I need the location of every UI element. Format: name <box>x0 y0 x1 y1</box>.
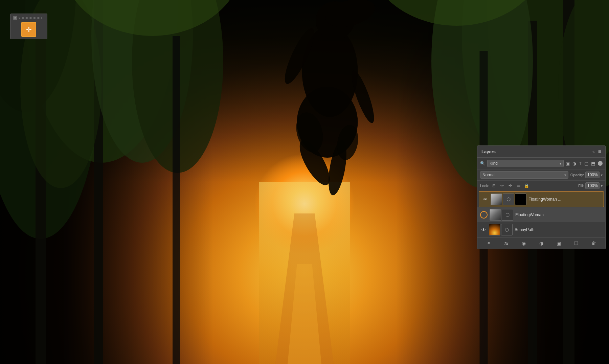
move-tool-button[interactable]: ✛ <box>21 22 36 37</box>
lock-row: Lock: ⊞ ✏ ✛ ▭ 🔒 Fill: 100% ▾ <box>477 181 605 191</box>
filter-toggle-circle[interactable] <box>598 161 603 166</box>
layer-item-floating-woman-smart[interactable]: 👁 ⬡ FloatingWoman ... <box>479 191 604 207</box>
thumb-mask-content <box>515 194 526 205</box>
thumb-content-main <box>491 194 502 205</box>
toolbar-expand[interactable]: » <box>19 16 21 20</box>
layer-visibility-toggle-sunny-path[interactable]: 👁 <box>480 227 487 232</box>
filter-kind-dropdown[interactable]: Kind ▾ <box>487 160 564 167</box>
thumb-sunny-content <box>489 224 500 235</box>
fill-value[interactable]: 100% <box>585 182 600 189</box>
new-group-button[interactable]: ▣ <box>555 240 563 247</box>
opacity-value[interactable]: 100% <box>585 172 600 178</box>
layer-name-sunny-path: SunnyPath <box>515 227 603 232</box>
thumb-fw-content <box>490 209 501 220</box>
lock-all-button[interactable]: 🔒 <box>523 183 529 189</box>
layer-name-floating-woman: FloatingWoman <box>515 212 603 217</box>
move-tool-icon: ✛ <box>26 25 32 33</box>
layer-thumb-main <box>491 194 502 205</box>
lock-icons: ⊞ ✏ ✛ ▭ 🔒 <box>491 183 529 189</box>
lock-position-button[interactable]: ✛ <box>507 183 513 189</box>
layer-name-floating-woman-smart: FloatingWoman ... <box>528 197 601 202</box>
blend-mode-label: Normal <box>482 173 496 177</box>
blend-chevron: ▾ <box>564 173 566 177</box>
opacity-chevron: ▾ <box>601 173 603 177</box>
layer-thumbnails-2: ⬡ <box>490 209 513 221</box>
layer-thumb-mask <box>515 194 526 205</box>
layers-list: 👁 ⬡ FloatingWoman ... ⬡ FloatingW <box>477 191 605 237</box>
layer-item-sunny-path[interactable]: 👁 ⬡ SunnyPath <box>477 222 605 237</box>
add-mask-button[interactable]: ◉ <box>519 240 528 247</box>
fill-control: Fill: 100% ▾ <box>578 182 603 189</box>
lock-pixels-button[interactable]: ✏ <box>499 183 505 189</box>
panel-bottom-toolbar: ⚭ fx ◉ ◑ ▣ ❏ 🗑 <box>477 237 605 249</box>
opacity-label: Opacity: <box>570 173 584 177</box>
layer-thumbnails: ⬡ <box>491 194 526 205</box>
fx-button[interactable]: fx <box>502 240 511 247</box>
layer-thumb-sunny <box>489 224 500 235</box>
panel-title: Layers <box>481 149 496 154</box>
filter-chevron: ▾ <box>560 162 561 165</box>
fill-chevron: ▾ <box>601 184 603 188</box>
lock-transparent-button[interactable]: ⊞ <box>491 183 497 189</box>
close-label: × <box>14 16 16 20</box>
search-icon: 🔍 <box>480 161 485 166</box>
toolbar-grip <box>22 17 42 19</box>
layer-circle-indicator <box>480 211 488 219</box>
new-adjustment-button[interactable]: ◑ <box>537 240 546 247</box>
blend-mode-dropdown[interactable]: Normal ▾ <box>480 171 568 179</box>
layer-thumb-smart-icon: ⬡ <box>503 194 514 205</box>
panel-menu-button[interactable]: ≡ <box>598 149 601 155</box>
adjust-filter-icon[interactable]: ◑ <box>572 161 576 166</box>
layer-thumbnails-3: ⬡ <box>489 224 513 235</box>
delete-layer-button[interactable]: 🗑 <box>589 240 598 247</box>
layer-visibility-toggle-floating-woman-smart[interactable]: 👁 <box>482 197 489 202</box>
filter-icons: ▣ ◑ T ▢ ⬒ <box>566 161 603 166</box>
link-layers-button[interactable]: ⚭ <box>484 240 493 247</box>
layers-panel: Layers « ≡ 🔍 Kind ▾ ▣ ◑ T ▢ ⬒ Normal ▾ O… <box>477 145 606 249</box>
smart-filter-icon[interactable]: ⬒ <box>591 161 595 166</box>
pixel-filter-icon[interactable]: ▣ <box>566 161 570 166</box>
toolbar: × » ✛ <box>10 14 47 39</box>
layer-thumb-sunny-group: ⬡ <box>501 224 513 235</box>
panel-header: Layers « ≡ <box>477 146 605 158</box>
shape-filter-icon[interactable]: ▢ <box>584 161 588 166</box>
lock-label: Lock: <box>480 184 489 188</box>
blend-mode-row: Normal ▾ Opacity: 100% ▾ <box>477 169 605 181</box>
opacity-control: Opacity: 100% ▾ <box>570 172 603 178</box>
filter-row: 🔍 Kind ▾ ▣ ◑ T ▢ ⬒ <box>477 158 605 169</box>
toolbar-header: × » <box>12 15 46 21</box>
filter-label: Kind <box>490 161 498 166</box>
new-layer-button[interactable]: ❏ <box>572 240 581 247</box>
layer-thumb-fw <box>490 209 501 221</box>
layer-thumb-fw-group: ⬡ <box>502 209 513 221</box>
panel-collapse-button[interactable]: « <box>592 149 595 154</box>
layer-item-floating-woman[interactable]: ⬡ FloatingWoman <box>477 207 605 222</box>
figure-silhouette <box>280 0 378 197</box>
type-filter-icon[interactable]: T <box>579 161 582 166</box>
lock-artboard-button[interactable]: ▭ <box>515 183 521 189</box>
expand-label: » <box>19 16 21 20</box>
fill-label: Fill: <box>578 184 584 188</box>
svg-rect-8 <box>173 36 180 364</box>
toolbar-close-button[interactable]: × <box>13 16 17 20</box>
